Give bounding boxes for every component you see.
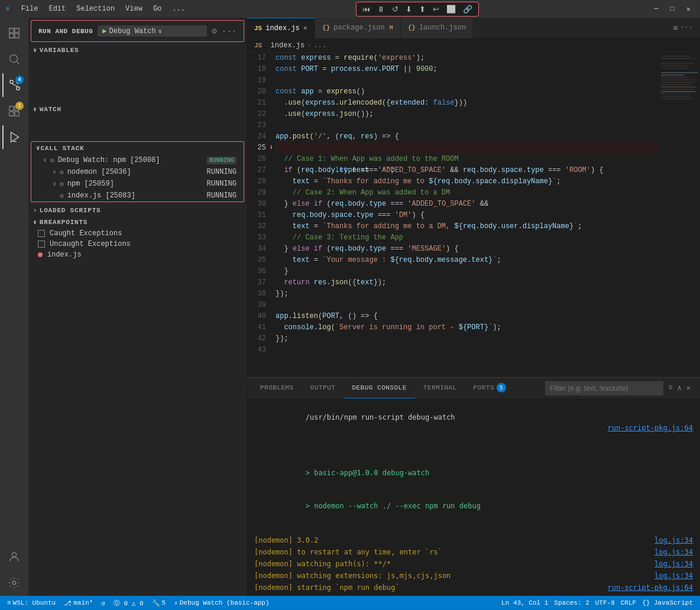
code-line-33: // Case 3: Texting the App [276, 232, 659, 244]
breadcrumb-more[interactable]: ... [313, 41, 326, 50]
svg-point-0 [10, 55, 18, 63]
debug-pause-btn[interactable]: ⏸ [375, 4, 387, 15]
debug-config-selector[interactable]: ▶ Debug Watch ∨ [98, 25, 207, 37]
status-extensions[interactable]: 🔧 5 [150, 599, 168, 607]
debug-continue-btn[interactable]: ⏮ [360, 4, 372, 15]
activity-explorer[interactable] [2, 21, 26, 45]
status-spaces[interactable]: Spaces: 2 [552, 599, 591, 606]
debug-stop-btn[interactable]: ⬜ [444, 4, 458, 15]
activity-account[interactable] [2, 545, 26, 569]
terminal-logjs-4[interactable]: log.js:34 [654, 570, 693, 581]
bp-caught-checkbox[interactable] [38, 230, 45, 237]
terminal-line-4: > nodemon --watch ./ --exec npm run debu… [247, 489, 700, 523]
more-editors-icon[interactable]: ··· [680, 24, 693, 33]
terminal-nodemon-cmd: > nodemon --watch ./ --exec npm run debu… [306, 502, 481, 510]
watch-section: ∨ WATCH [28, 103, 247, 139]
code-line-28: text = `Thanks for adding me to ${req.bo… [276, 176, 659, 187]
menu-more[interactable]: ... [167, 4, 190, 14]
terminal-line-6: [nodemon] to restart at any time, enter … [247, 546, 700, 558]
code-line-35: text = `Your message : ${req.body.messag… [276, 255, 659, 266]
tab-indexjs-label: index.js [265, 24, 300, 33]
debug-settings-icon[interactable]: ⚙ [212, 26, 216, 36]
tab-indexjs[interactable]: JS index.js ✕ [247, 18, 315, 38]
status-language[interactable]: {} JavaScript [640, 599, 695, 606]
tab-problems[interactable]: PROBLEMS [252, 378, 302, 398]
breakpoints-label: BREAKPOINTS [40, 219, 88, 226]
panel-filter-input[interactable] [545, 381, 663, 395]
callstack-item-main[interactable]: ∨ ⚙ Debug Watch: npm [25008] RUNNING [31, 154, 244, 166]
tab-ports[interactable]: PORTS 5 [465, 378, 515, 398]
terminal-logjs-1[interactable]: log.js:34 [654, 535, 693, 546]
debug-link-btn[interactable]: 🔗 [461, 4, 475, 15]
panel-collapse-icon[interactable]: ∧ [678, 384, 682, 392]
status-encoding[interactable]: UTF-8 [593, 599, 617, 606]
line-num-24: 24 [247, 131, 266, 142]
breadcrumb-file[interactable]: JS index.js [254, 41, 304, 50]
bp-caught-exceptions: Caught Exceptions [28, 228, 247, 239]
svg-rect-8 [9, 112, 14, 116]
activity-search[interactable] [2, 47, 26, 71]
bp-indexjs-dot [38, 252, 43, 257]
status-branch[interactable]: ⎇ main* [61, 599, 95, 607]
status-debug-watch[interactable]: ⚡ Debug Watch (basic-app) [171, 599, 271, 607]
activity-source-control[interactable] [2, 73, 26, 97]
maximize-btn[interactable]: □ [666, 5, 679, 14]
terminal-link-1[interactable]: run-script-pkg.js:64 [608, 423, 693, 433]
activity-run-debug[interactable] [2, 125, 26, 149]
line-num-20: 20 [247, 86, 266, 98]
code-line-25: let text = ''; [276, 142, 659, 154]
minimize-btn[interactable]: ─ [649, 5, 663, 14]
panel-close-icon[interactable]: ✕ [686, 384, 691, 392]
branch-icon: ⎇ [64, 599, 72, 607]
menu-view[interactable]: View [121, 4, 147, 14]
svg-rect-7 [15, 106, 19, 111]
code-line-21: .use(express.urlencoded({extended: false… [276, 98, 659, 109]
line-num-26: 26 [247, 154, 266, 165]
sidebar: RUN AND DEBUG ▶ Debug Watch ∨ ⚙ ··· ∨ VA… [28, 18, 247, 596]
line-num-21: 21 [247, 98, 266, 109]
close-btn[interactable]: ✕ [682, 5, 695, 14]
tab-terminal[interactable]: TERMINAL [415, 378, 465, 398]
debug-stepover-btn[interactable]: ⬇ [403, 4, 414, 15]
tab-debug-console[interactable]: DEBUG CONSOLE [343, 378, 414, 398]
status-wsl[interactable]: ≡ WSL: Ubuntu [5, 599, 58, 606]
tab-launchjson[interactable]: {} launch.json [401, 18, 474, 38]
callstack-section: ∨ CALL STACK ∨ ⚙ Debug Watch: npm [25008… [31, 141, 244, 202]
tab-output[interactable]: OUTPUT [302, 378, 344, 398]
debug-more-icon[interactable]: ··· [222, 27, 236, 36]
activity-extensions[interactable] [2, 99, 26, 123]
terminal-runscript-2[interactable]: run-script-pkg.js:64 [608, 582, 693, 593]
tab-packagejson[interactable]: {} package.json M [315, 18, 401, 38]
breakpoints-header[interactable]: ∨ BREAKPOINTS [28, 216, 247, 228]
panel-content[interactable]: /usr/bin/npm run-script debug-watch run-… [247, 398, 700, 596]
activity-settings[interactable] [2, 571, 26, 595]
callstack-subitem-nodemon[interactable]: ∨ ⚙ nodemon [25036] RUNNING [31, 166, 244, 178]
terminal-logjs-2[interactable]: log.js:34 [654, 547, 693, 557]
terminal-logjs-3[interactable]: log.js:34 [654, 559, 693, 569]
status-position[interactable]: Ln 43, Col 1 [499, 599, 550, 606]
callstack-subitem-indexjs[interactable]: ⚙ index.js [25083] RUNNING [31, 190, 244, 202]
menu-go[interactable]: Go [148, 4, 166, 14]
callstack-npm-badge: RUNNING [207, 180, 236, 188]
menu-selection[interactable]: Selection [72, 4, 119, 14]
terminal-line-1: /usr/bin/npm run-script debug-watch run-… [247, 401, 700, 444]
menu-file[interactable]: File [17, 4, 43, 14]
variables-header[interactable]: ∨ VARIABLES [28, 44, 247, 56]
tab-indexjs-close[interactable]: ✕ [303, 24, 307, 33]
watch-header[interactable]: ∨ WATCH [28, 103, 247, 115]
panel-list-icon[interactable]: ≡ [668, 384, 672, 392]
bp-uncaught-checkbox[interactable] [38, 241, 45, 248]
debug-stepinto-btn[interactable]: ⬆ [417, 4, 428, 15]
status-errors[interactable]: ⓪ 0 △ 0 [111, 599, 146, 608]
loaded-scripts-header[interactable]: › LOADED SCRIPTS [28, 205, 247, 216]
menu-edit[interactable]: Edit [44, 4, 70, 14]
split-editor-icon[interactable]: ⊞ [673, 24, 678, 33]
code-line-34: } else if (req.body.type === 'MESSAGE') … [276, 244, 659, 255]
callstack-header[interactable]: ∨ CALL STACK [31, 142, 244, 154]
callstack-subitem-npm[interactable]: ∨ ⚙ npm [25059] RUNNING [31, 178, 244, 190]
status-sync[interactable]: ↺ [99, 599, 108, 607]
status-eol[interactable]: CRLF [618, 599, 639, 606]
debug-stepout-btn[interactable]: ↩ [430, 4, 442, 15]
debug-restart-btn[interactable]: ↺ [390, 4, 401, 15]
ports-badge: 5 [497, 383, 506, 392]
